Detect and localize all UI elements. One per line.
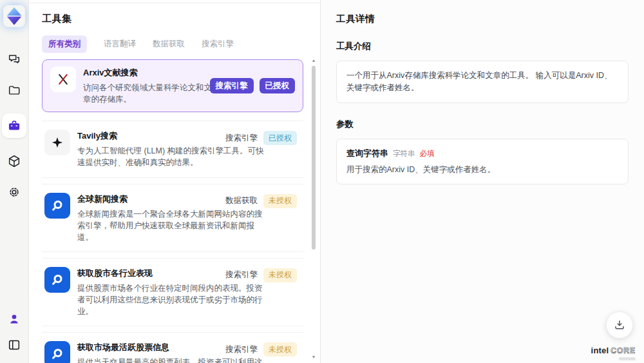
tool-category-badge: 搜索引擎 [225,344,258,355]
tool-description: 全球新闻搜索是一个聚合全球各大新闻网站内容的搜索引擎，帮助用户快速获取全球最新资… [77,208,298,243]
tool-name: Arxiv文献搜索 [83,66,295,79]
params-heading: 参数 [336,119,629,130]
detail-title: 工具详情 [336,13,629,25]
param-name: 查询字符串 [346,148,388,159]
core-ultra-mark [619,357,636,360]
intel-wordmark: intel [591,346,609,355]
news-icon [44,341,70,363]
intro-card: 一个用于从Arxiv存储库搜索科学论文和文章的工具。 输入可以是Arxiv ID… [336,61,629,103]
param-card: 查询字符串 字符串 必填 用于搜索的Arxiv ID、关键字或作者姓名。 [336,139,629,184]
tavily-icon [44,130,70,155]
tool-category-badge: 搜索引擎 [210,78,254,93]
tool-description: 提供当天交易量最高的股票列表。投资者可以利用这些信息来识别流动性强的股票和潜在的… [77,357,298,363]
user-avatar-button[interactable] [6,311,22,327]
toolbox-icon [7,119,21,133]
tool-list-item[interactable]: 全球新闻搜索 全球新闻搜索是一个聚合全球各大新闻网站内容的搜索引擎，帮助用户快速… [42,184,303,252]
panel-toggle-icon [7,338,21,352]
news-icon [44,193,70,219]
tool-list-panel: 工具集 所有类别语言翻译数据获取搜索引擎 Arxiv文献搜索 访问各个研究领域大… [29,0,320,363]
cube-icon [7,154,21,168]
tool-list-item[interactable]: 获取市场最活跃股票信息 提供当天交易量最高的股票列表。投资者可以利用这些信息来识… [42,332,303,363]
tool-auth-badge: 未授权 [263,342,297,357]
page-title: 工具集 [42,13,303,25]
category-tabs: 所有类别语言翻译数据获取搜索引擎 [42,35,303,53]
tab-2[interactable]: 数据获取 [153,35,185,53]
sidebar-item-packages[interactable] [6,153,22,169]
news-icon [44,267,70,293]
panel-toggle-button[interactable] [6,337,22,353]
gear-icon [7,185,21,199]
chat-icon [7,52,21,66]
tool-description: 专为人工智能代理 (LLM) 构建的搜索引擎工具。可快速提供实时、准确和真实的结… [77,145,298,168]
tool-category-badge: 数据获取 [225,195,258,206]
folder-icon [7,83,21,97]
download-button[interactable] [606,311,633,338]
app-window: 工具集 所有类别语言翻译数据获取搜索引擎 Arxiv文献搜索 访问各个研究领域大… [0,0,644,363]
tool-detail-panel: 工具详情 工具介绍 一个用于从Arxiv存储库搜索科学论文和文章的工具。 输入可… [320,0,644,363]
sidebar-item-settings[interactable] [6,184,22,200]
left-rail [0,0,29,363]
tool-category-badge: 搜索引擎 [225,270,258,280]
tool-list-item[interactable]: 获取股市各行业表现 提供股票市场各个行业在特定时间段内的表现。投资者可以利用这些… [42,258,303,326]
tab-0[interactable]: 所有类别 [42,35,87,53]
tool-list-item[interactable]: Tavily搜索 专为人工智能代理 (LLM) 构建的搜索引擎工具。可快速提供实… [42,121,303,177]
top-divider [29,3,320,3]
tool-list-item[interactable]: Arxiv文献搜索 访问各个研究领域大量科学论文和文章的存储库。 搜索引擎 已授… [42,59,303,112]
scroll-up-arrow[interactable]: ▲ [310,58,317,63]
arxiv-icon [50,66,76,92]
scroll-down-arrow[interactable]: ▼ [310,355,317,359]
sidebar-item-tools-active[interactable] [2,113,26,138]
sidebar-item-files[interactable] [6,83,22,98]
list-scrollbar[interactable]: ▲ ▼ [310,57,317,363]
tool-auth-badge: 未授权 [263,194,297,208]
tool-list: Arxiv文献搜索 访问各个研究领域大量科学论文和文章的存储库。 搜索引擎 已授… [42,59,303,363]
app-logo[interactable] [3,5,25,27]
sidebar-item-chat[interactable] [6,52,22,67]
tool-category-badge: 搜索引擎 [225,133,258,144]
tool-description: 提供股票市场各个行业在特定时间段内的表现。投资者可以利用这些信息来识别表现优于或… [77,282,298,317]
download-icon [613,319,626,331]
tool-auth-badge: 已授权 [260,78,296,93]
param-description: 用于搜索的Arxiv ID、关键字或作者姓名。 [346,164,618,175]
intel-core-logo: intel CORE [591,346,636,355]
intro-text: 一个用于从Arxiv存储库搜索科学论文和文章的工具。 输入可以是Arxiv ID… [346,70,618,94]
tab-1[interactable]: 语言翻译 [104,35,136,53]
tool-auth-badge: 未授权 [263,268,297,282]
core-wordmark: CORE [611,346,636,355]
param-type: 字符串 [393,149,415,159]
tab-3[interactable]: 搜索引擎 [202,35,234,53]
scrollbar-thumb[interactable] [312,66,316,250]
param-required-flag: 必填 [420,149,435,159]
tool-auth-badge: 已授权 [263,131,297,145]
user-icon [7,312,21,326]
intro-heading: 工具介绍 [336,41,629,52]
